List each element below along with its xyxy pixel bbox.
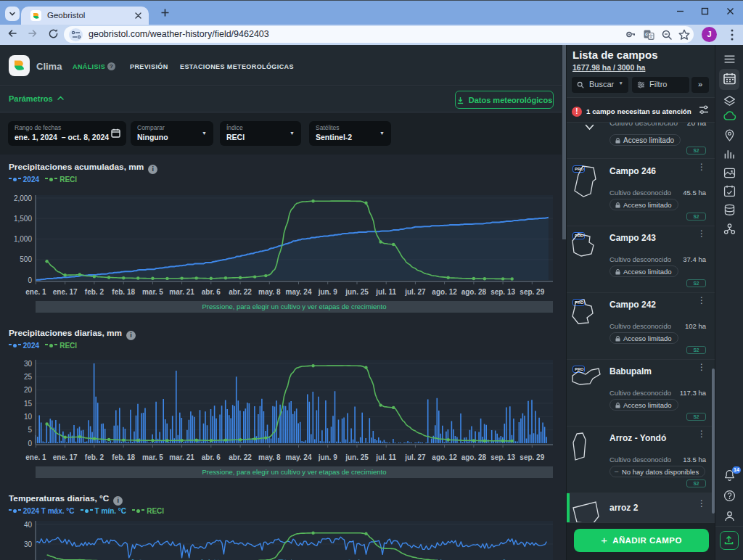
svg-text:ago. 28: ago. 28 (461, 288, 487, 296)
svg-text:jun. 25: jun. 25 (345, 288, 369, 296)
svg-text:feb. 18: feb. 18 (112, 288, 135, 296)
svg-text:30: 30 (24, 360, 33, 368)
svg-text:sep. 13: sep. 13 (490, 288, 515, 296)
svg-text:500: 500 (20, 255, 32, 263)
svg-text:0: 0 (28, 440, 32, 448)
svg-text:1,000: 1,000 (14, 235, 32, 243)
svg-text:jun. 9: jun. 9 (318, 453, 338, 461)
svg-text:ene. 17: ene. 17 (53, 288, 78, 296)
svg-text:文: 文 (649, 33, 654, 39)
svg-text:jun. 25: jun. 25 (345, 453, 369, 461)
svg-text:ago. 28: ago. 28 (461, 453, 487, 461)
svg-text:may. 24: may. 24 (286, 453, 312, 461)
svg-text:sep. 29: sep. 29 (520, 288, 544, 296)
svg-text:ene. 1: ene. 1 (25, 288, 46, 296)
svg-text:5: 5 (28, 426, 32, 434)
svg-text:mar. 5: mar. 5 (142, 288, 163, 296)
svg-text:mar. 21: mar. 21 (169, 453, 194, 461)
svg-text:jun. 9: jun. 9 (318, 288, 338, 296)
svg-text:ene. 1: ene. 1 (25, 453, 46, 461)
svg-text:25: 25 (24, 373, 33, 381)
svg-text:feb. 2: feb. 2 (85, 453, 104, 461)
svg-text:mar. 5: mar. 5 (142, 453, 163, 461)
svg-text:15: 15 (24, 400, 33, 408)
svg-text:abr. 6: abr. 6 (202, 288, 221, 296)
svg-text:may. 8: may. 8 (258, 288, 281, 296)
svg-text:ago. 12: ago. 12 (432, 288, 457, 296)
svg-text:feb. 2: feb. 2 (85, 288, 104, 296)
svg-text:abr. 22: abr. 22 (229, 453, 252, 461)
svg-text:jul. 27: jul. 27 (404, 288, 426, 296)
svg-text:abr. 6: abr. 6 (202, 453, 221, 461)
svg-text:sep. 13: sep. 13 (490, 453, 515, 461)
svg-text:40: 40 (24, 521, 33, 529)
svg-text:jul. 27: jul. 27 (404, 453, 426, 461)
svg-text:ene. 17: ene. 17 (53, 453, 78, 461)
svg-text:30: 30 (24, 540, 33, 548)
svg-text:jul. 11: jul. 11 (375, 453, 396, 461)
svg-text:10: 10 (24, 413, 33, 421)
svg-text:feb. 18: feb. 18 (112, 453, 135, 461)
svg-text:may. 24: may. 24 (286, 288, 312, 296)
svg-text:mar. 21: mar. 21 (169, 288, 194, 296)
svg-text:jul. 11: jul. 11 (375, 288, 396, 296)
svg-text:2,000: 2,000 (14, 194, 32, 202)
svg-text:may. 8: may. 8 (258, 453, 281, 461)
svg-text:0: 0 (28, 276, 32, 284)
svg-text:20: 20 (24, 386, 33, 394)
svg-text:1,500: 1,500 (14, 215, 32, 223)
svg-text:ago. 12: ago. 12 (432, 453, 457, 461)
svg-text:sep. 29: sep. 29 (520, 453, 544, 461)
svg-text:abr. 22: abr. 22 (229, 288, 252, 296)
